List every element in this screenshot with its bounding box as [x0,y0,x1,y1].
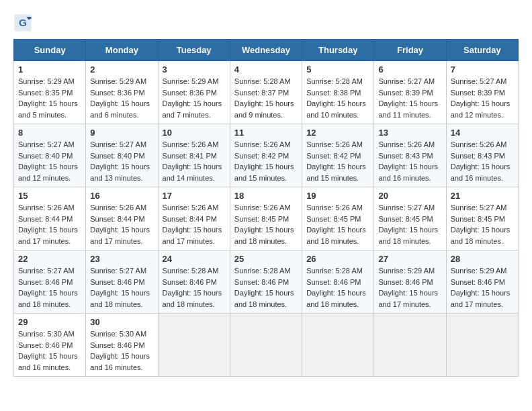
sunrise-label: Sunrise: 5:29 AM [90,77,146,85]
daylight-label: Daylight: 15 hours and 12 minutes. [18,163,78,182]
sunrise-label: Sunrise: 5:28 AM [234,77,291,85]
day-info: Sunrise: 5:27 AM Sunset: 8:45 PM Dayligh… [451,202,514,246]
calendar-cell: 18 Sunrise: 5:26 AM Sunset: 8:45 PM Dayl… [230,187,302,250]
sunrise-label: Sunrise: 5:26 AM [451,140,507,148]
day-number: 22 [18,254,81,264]
daylight-label: Daylight: 15 hours and 15 minutes. [306,163,366,182]
day-number: 8 [18,128,81,138]
calendar-week-row: 29 Sunrise: 5:30 AM Sunset: 8:46 PM Dayl… [14,314,519,377]
daylight-label: Daylight: 15 hours and 14 minutes. [163,163,222,182]
calendar-cell: 15 Sunrise: 5:26 AM Sunset: 8:44 PM Dayl… [14,187,86,250]
calendar-cell: 25 Sunrise: 5:28 AM Sunset: 8:46 PM Dayl… [230,250,302,314]
daylight-label: Daylight: 15 hours and 18 minutes. [234,226,294,245]
sunset-label: Sunset: 8:41 PM [163,152,217,160]
calendar-cell [158,314,230,377]
calendar-cell: 20 Sunrise: 5:27 AM Sunset: 8:45 PM Dayl… [374,187,446,250]
day-info: Sunrise: 5:27 AM Sunset: 8:46 PM Dayligh… [90,265,153,310]
sunset-label: Sunset: 8:45 PM [378,215,433,223]
daylight-label: Daylight: 15 hours and 18 minutes. [18,289,78,308]
calendar-header-sunday: Sunday [14,40,86,61]
daylight-label: Daylight: 15 hours and 13 minutes. [90,163,150,182]
day-number: 11 [234,128,298,138]
sunrise-label: Sunrise: 5:26 AM [18,203,75,212]
sunset-label: Sunset: 8:35 PM [18,89,73,97]
calendar-cell: 23 Sunrise: 5:27 AM Sunset: 8:46 PM Dayl… [86,250,158,314]
daylight-label: Daylight: 15 hours and 10 minutes. [306,99,366,119]
sunset-label: Sunset: 8:44 PM [90,215,144,223]
day-number: 18 [234,191,298,201]
day-info: Sunrise: 5:26 AM Sunset: 8:45 PM Dayligh… [234,202,298,246]
day-info: Sunrise: 5:28 AM Sunset: 8:46 PM Dayligh… [234,265,298,310]
day-info: Sunrise: 5:26 AM Sunset: 8:43 PM Dayligh… [451,139,514,183]
calendar-cell [230,314,302,377]
day-info: Sunrise: 5:29 AM Sunset: 8:36 PM Dayligh… [90,76,153,120]
calendar-table: SundayMondayTuesdayWednesdayThursdayFrid… [13,39,519,377]
day-info: Sunrise: 5:29 AM Sunset: 8:46 PM Dayligh… [378,265,441,310]
calendar-cell: 26 Sunrise: 5:28 AM Sunset: 8:46 PM Dayl… [302,250,374,314]
sunrise-label: Sunrise: 5:27 AM [18,267,75,275]
day-info: Sunrise: 5:29 AM Sunset: 8:46 PM Dayligh… [451,265,514,310]
sunrise-label: Sunrise: 5:27 AM [90,267,146,275]
day-number: 25 [234,254,298,264]
sunset-label: Sunset: 8:43 PM [378,152,433,160]
calendar-cell: 6 Sunrise: 5:27 AM Sunset: 8:39 PM Dayli… [374,61,446,124]
calendar-cell: 3 Sunrise: 5:29 AM Sunset: 8:36 PM Dayli… [158,61,230,124]
day-info: Sunrise: 5:26 AM Sunset: 8:43 PM Dayligh… [378,139,441,183]
sunrise-label: Sunrise: 5:27 AM [451,203,507,212]
calendar-cell: 7 Sunrise: 5:27 AM Sunset: 8:39 PM Dayli… [446,61,518,124]
calendar-header-friday: Friday [374,40,446,61]
calendar-cell: 12 Sunrise: 5:26 AM Sunset: 8:42 PM Dayl… [302,124,374,187]
sunset-label: Sunset: 8:46 PM [451,278,505,286]
daylight-label: Daylight: 15 hours and 17 minutes. [90,226,150,245]
calendar-week-row: 15 Sunrise: 5:26 AM Sunset: 8:44 PM Dayl… [14,187,519,250]
sunset-label: Sunset: 8:38 PM [306,89,361,97]
calendar-cell: 28 Sunrise: 5:29 AM Sunset: 8:46 PM Dayl… [446,250,518,314]
daylight-label: Daylight: 15 hours and 6 minutes. [90,99,150,119]
sunrise-label: Sunrise: 5:26 AM [378,140,435,148]
calendar-cell: 29 Sunrise: 5:30 AM Sunset: 8:46 PM Dayl… [14,314,86,377]
sunrise-label: Sunrise: 5:26 AM [234,140,291,148]
day-number: 12 [306,128,369,138]
calendar-cell: 22 Sunrise: 5:27 AM Sunset: 8:46 PM Dayl… [14,250,86,314]
sunset-label: Sunset: 8:46 PM [378,278,433,286]
sunset-label: Sunset: 8:44 PM [163,215,217,223]
calendar-cell: 1 Sunrise: 5:29 AM Sunset: 8:35 PM Dayli… [14,61,86,124]
sunrise-label: Sunrise: 5:26 AM [163,140,219,148]
day-info: Sunrise: 5:27 AM Sunset: 8:40 PM Dayligh… [90,139,153,183]
day-info: Sunrise: 5:26 AM Sunset: 8:42 PM Dayligh… [234,139,298,183]
daylight-label: Daylight: 15 hours and 17 minutes. [163,226,222,245]
day-number: 9 [90,128,153,138]
sunset-label: Sunset: 8:46 PM [90,278,144,286]
sunset-label: Sunset: 8:46 PM [18,341,73,349]
calendar-cell: 21 Sunrise: 5:27 AM Sunset: 8:45 PM Dayl… [446,187,518,250]
day-info: Sunrise: 5:28 AM Sunset: 8:46 PM Dayligh… [306,265,369,310]
daylight-label: Daylight: 15 hours and 18 minutes. [306,289,366,308]
sunrise-label: Sunrise: 5:26 AM [306,203,363,212]
calendar-cell [302,314,374,377]
calendar-cell [446,314,518,377]
daylight-label: Daylight: 15 hours and 16 minutes. [451,163,511,182]
calendar-cell: 19 Sunrise: 5:26 AM Sunset: 8:45 PM Dayl… [302,187,374,250]
daylight-label: Daylight: 15 hours and 7 minutes. [163,99,222,119]
day-info: Sunrise: 5:26 AM Sunset: 8:42 PM Dayligh… [306,139,369,183]
calendar-header-row: SundayMondayTuesdayWednesdayThursdayFrid… [14,40,519,61]
day-number: 29 [18,317,81,327]
day-info: Sunrise: 5:26 AM Sunset: 8:44 PM Dayligh… [90,202,153,246]
day-info: Sunrise: 5:26 AM Sunset: 8:44 PM Dayligh… [163,202,226,246]
day-info: Sunrise: 5:30 AM Sunset: 8:46 PM Dayligh… [18,328,81,373]
daylight-label: Daylight: 15 hours and 12 minutes. [451,99,511,119]
calendar-cell: 11 Sunrise: 5:26 AM Sunset: 8:42 PM Dayl… [230,124,302,187]
sunset-label: Sunset: 8:46 PM [163,278,217,286]
day-info: Sunrise: 5:29 AM Sunset: 8:35 PM Dayligh… [18,76,81,120]
daylight-label: Daylight: 15 hours and 18 minutes. [163,289,222,308]
sunset-label: Sunset: 8:37 PM [234,89,289,97]
daylight-label: Daylight: 15 hours and 18 minutes. [306,226,366,245]
day-number: 6 [378,64,441,75]
daylight-label: Daylight: 15 hours and 16 minutes. [378,163,438,182]
sunset-label: Sunset: 8:36 PM [163,89,217,97]
logo-icon: G [13,13,32,32]
day-info: Sunrise: 5:27 AM Sunset: 8:45 PM Dayligh… [378,202,441,246]
daylight-label: Daylight: 15 hours and 16 minutes. [18,352,78,371]
calendar-cell: 8 Sunrise: 5:27 AM Sunset: 8:40 PM Dayli… [14,124,86,187]
sunset-label: Sunset: 8:46 PM [306,278,361,286]
